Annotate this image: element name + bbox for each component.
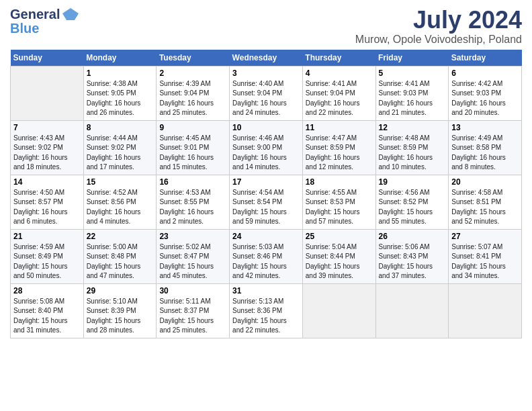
day-number: 19 xyxy=(379,177,446,187)
day-cell: 29Sunrise: 5:10 AM Sunset: 8:39 PM Dayli… xyxy=(83,283,157,338)
week-row-4: 21Sunrise: 4:59 AM Sunset: 8:49 PM Dayli… xyxy=(11,229,522,283)
day-number: 3 xyxy=(232,68,300,78)
col-friday: Friday xyxy=(375,50,449,66)
day-cell: 11Sunrise: 4:47 AM Sunset: 8:59 PM Dayli… xyxy=(302,120,375,175)
month-title: July 2024 xyxy=(355,7,522,34)
week-row-3: 14Sunrise: 4:50 AM Sunset: 8:57 PM Dayli… xyxy=(11,175,522,229)
day-cell: 28Sunrise: 5:08 AM Sunset: 8:40 PM Dayli… xyxy=(11,283,84,338)
day-number: 12 xyxy=(379,123,446,132)
day-cell: 5Sunrise: 4:41 AM Sunset: 9:03 PM Daylig… xyxy=(375,66,449,120)
day-number: 27 xyxy=(451,232,519,241)
day-number: 10 xyxy=(232,123,300,132)
day-info: Sunrise: 5:10 AM Sunset: 8:39 PM Dayligh… xyxy=(87,297,154,336)
logo-text: General xyxy=(10,7,60,21)
day-cell: 27Sunrise: 5:07 AM Sunset: 8:41 PM Dayli… xyxy=(449,229,522,283)
day-info: Sunrise: 4:38 AM Sunset: 9:05 PM Dayligh… xyxy=(87,79,154,118)
day-cell xyxy=(449,283,522,338)
col-thursday: Thursday xyxy=(302,50,375,66)
day-number: 4 xyxy=(306,68,373,78)
day-cell: 6Sunrise: 4:42 AM Sunset: 9:03 PM Daylig… xyxy=(449,66,522,120)
day-cell: 25Sunrise: 5:04 AM Sunset: 8:44 PM Dayli… xyxy=(302,229,375,283)
day-info: Sunrise: 5:03 AM Sunset: 8:46 PM Dayligh… xyxy=(232,242,300,281)
col-monday: Monday xyxy=(83,50,157,66)
day-number: 6 xyxy=(451,68,519,78)
header-row: Sunday Monday Tuesday Wednesday Thursday… xyxy=(11,50,522,66)
title-section: July 2024 Murow, Opole Voivodeship, Pola… xyxy=(355,7,522,46)
day-cell: 19Sunrise: 4:56 AM Sunset: 8:52 PM Dayli… xyxy=(375,175,449,229)
day-cell: 24Sunrise: 5:03 AM Sunset: 8:46 PM Dayli… xyxy=(230,229,303,283)
day-cell: 26Sunrise: 5:06 AM Sunset: 8:43 PM Dayli… xyxy=(375,229,449,283)
day-number: 28 xyxy=(13,286,81,295)
page-container: General Blue July 2024 Murow, Opole Voiv… xyxy=(0,0,532,345)
day-number: 2 xyxy=(159,68,226,78)
day-cell: 4Sunrise: 4:41 AM Sunset: 9:04 PM Daylig… xyxy=(302,66,375,120)
day-number: 17 xyxy=(232,177,300,187)
day-info: Sunrise: 4:40 AM Sunset: 9:04 PM Dayligh… xyxy=(232,79,300,118)
day-cell: 16Sunrise: 4:53 AM Sunset: 8:55 PM Dayli… xyxy=(157,175,230,229)
day-info: Sunrise: 4:39 AM Sunset: 9:04 PM Dayligh… xyxy=(159,79,226,118)
day-number: 26 xyxy=(379,232,446,241)
week-row-2: 7Sunrise: 4:43 AM Sunset: 9:02 PM Daylig… xyxy=(11,120,522,175)
day-info: Sunrise: 4:53 AM Sunset: 8:55 PM Dayligh… xyxy=(159,188,226,227)
day-number: 5 xyxy=(379,68,446,78)
calendar-table: Sunday Monday Tuesday Wednesday Thursday… xyxy=(10,50,522,338)
day-number: 14 xyxy=(13,177,81,187)
day-cell: 9Sunrise: 4:45 AM Sunset: 9:01 PM Daylig… xyxy=(157,120,230,175)
logo-icon xyxy=(61,7,80,21)
day-info: Sunrise: 5:11 AM Sunset: 8:37 PM Dayligh… xyxy=(159,297,226,336)
col-sunday: Sunday xyxy=(11,50,84,66)
day-number: 23 xyxy=(159,232,226,241)
day-cell: 14Sunrise: 4:50 AM Sunset: 8:57 PM Dayli… xyxy=(11,175,84,229)
day-cell: 13Sunrise: 4:49 AM Sunset: 8:58 PM Dayli… xyxy=(449,120,522,175)
day-info: Sunrise: 4:48 AM Sunset: 8:59 PM Dayligh… xyxy=(379,134,446,173)
day-info: Sunrise: 4:50 AM Sunset: 8:57 PM Dayligh… xyxy=(13,188,81,227)
day-info: Sunrise: 5:04 AM Sunset: 8:44 PM Dayligh… xyxy=(306,242,373,281)
day-cell: 7Sunrise: 4:43 AM Sunset: 9:02 PM Daylig… xyxy=(11,120,84,175)
day-number: 21 xyxy=(13,232,81,241)
day-cell: 12Sunrise: 4:48 AM Sunset: 8:59 PM Dayli… xyxy=(375,120,449,175)
day-info: Sunrise: 4:41 AM Sunset: 9:03 PM Dayligh… xyxy=(379,79,446,118)
col-wednesday: Wednesday xyxy=(230,50,303,66)
day-info: Sunrise: 4:54 AM Sunset: 8:54 PM Dayligh… xyxy=(232,188,300,227)
day-info: Sunrise: 5:00 AM Sunset: 8:48 PM Dayligh… xyxy=(87,242,154,281)
day-cell: 15Sunrise: 4:52 AM Sunset: 8:56 PM Dayli… xyxy=(83,175,157,229)
day-number: 1 xyxy=(87,68,154,78)
day-cell: 17Sunrise: 4:54 AM Sunset: 8:54 PM Dayli… xyxy=(230,175,303,229)
header: General Blue July 2024 Murow, Opole Voiv… xyxy=(10,7,522,46)
day-info: Sunrise: 4:41 AM Sunset: 9:04 PM Dayligh… xyxy=(306,79,373,118)
location-title: Murow, Opole Voivodeship, Poland xyxy=(355,34,522,46)
day-info: Sunrise: 4:49 AM Sunset: 8:58 PM Dayligh… xyxy=(451,134,519,173)
day-cell: 8Sunrise: 4:44 AM Sunset: 9:02 PM Daylig… xyxy=(83,120,157,175)
day-info: Sunrise: 4:55 AM Sunset: 8:53 PM Dayligh… xyxy=(306,188,373,227)
day-cell: 23Sunrise: 5:02 AM Sunset: 8:47 PM Dayli… xyxy=(157,229,230,283)
day-cell: 30Sunrise: 5:11 AM Sunset: 8:37 PM Dayli… xyxy=(157,283,230,338)
day-info: Sunrise: 4:45 AM Sunset: 9:01 PM Dayligh… xyxy=(159,134,226,173)
day-info: Sunrise: 4:44 AM Sunset: 9:02 PM Dayligh… xyxy=(87,134,154,173)
day-number: 31 xyxy=(232,286,300,295)
day-info: Sunrise: 4:58 AM Sunset: 8:51 PM Dayligh… xyxy=(451,188,519,227)
day-number: 30 xyxy=(159,286,226,295)
day-info: Sunrise: 4:43 AM Sunset: 9:02 PM Dayligh… xyxy=(13,134,81,173)
day-info: Sunrise: 4:42 AM Sunset: 9:03 PM Dayligh… xyxy=(451,79,519,118)
day-cell xyxy=(302,283,375,338)
day-cell: 10Sunrise: 4:46 AM Sunset: 9:00 PM Dayli… xyxy=(230,120,303,175)
day-info: Sunrise: 4:52 AM Sunset: 8:56 PM Dayligh… xyxy=(87,188,154,227)
day-number: 24 xyxy=(232,232,300,241)
day-cell: 2Sunrise: 4:39 AM Sunset: 9:04 PM Daylig… xyxy=(157,66,230,120)
day-number: 18 xyxy=(306,177,373,187)
col-saturday: Saturday xyxy=(449,50,522,66)
day-info: Sunrise: 4:46 AM Sunset: 9:00 PM Dayligh… xyxy=(232,134,300,173)
day-cell: 21Sunrise: 4:59 AM Sunset: 8:49 PM Dayli… xyxy=(11,229,84,283)
day-cell: 1Sunrise: 4:38 AM Sunset: 9:05 PM Daylig… xyxy=(83,66,157,120)
day-info: Sunrise: 4:59 AM Sunset: 8:49 PM Dayligh… xyxy=(13,242,81,281)
day-number: 20 xyxy=(451,177,519,187)
day-info: Sunrise: 5:07 AM Sunset: 8:41 PM Dayligh… xyxy=(451,242,519,281)
day-number: 15 xyxy=(87,177,154,187)
day-number: 13 xyxy=(451,123,519,132)
day-number: 29 xyxy=(87,286,154,295)
day-cell: 3Sunrise: 4:40 AM Sunset: 9:04 PM Daylig… xyxy=(230,66,303,120)
day-info: Sunrise: 5:02 AM Sunset: 8:47 PM Dayligh… xyxy=(159,242,226,281)
day-number: 22 xyxy=(87,232,154,241)
logo: General Blue xyxy=(10,7,80,35)
day-info: Sunrise: 4:47 AM Sunset: 8:59 PM Dayligh… xyxy=(306,134,373,173)
